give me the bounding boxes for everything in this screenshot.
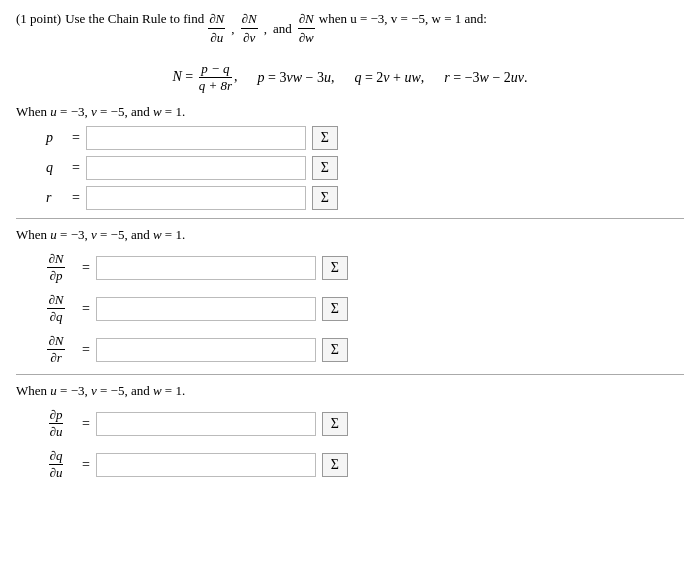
q-label: q bbox=[46, 160, 66, 176]
divider-2 bbox=[16, 374, 684, 375]
dpdu-label: ∂p ∂u bbox=[36, 407, 76, 440]
header-instruction: (1 point) Use the Chain Rule to find ∂N … bbox=[16, 10, 684, 47]
dqdu-row: ∂q ∂u = Σ bbox=[36, 448, 684, 481]
q-row: q = Σ bbox=[46, 156, 684, 180]
q-input[interactable] bbox=[86, 156, 306, 180]
r-sigma-button[interactable]: Σ bbox=[312, 186, 338, 210]
p-label: p bbox=[46, 130, 66, 146]
section2-label: When u = −3, v = −5, and w = 1. bbox=[16, 227, 684, 243]
dNdq-label: ∂N ∂q bbox=[36, 292, 76, 325]
r-equals: = bbox=[72, 190, 80, 206]
dNdq-row: ∂N ∂q = Σ bbox=[36, 292, 684, 325]
dpdu-input[interactable] bbox=[96, 412, 316, 436]
q-formula: q = 2v + uw, bbox=[354, 70, 424, 86]
partial-group: ∂N ∂u , ∂N ∂v , and ∂N ∂w bbox=[208, 10, 315, 47]
partial-N-v: ∂N ∂v bbox=[241, 10, 258, 47]
q-sigma-button[interactable]: Σ bbox=[312, 156, 338, 180]
p-sigma-button[interactable]: Σ bbox=[312, 126, 338, 150]
points-label: (1 point) bbox=[16, 10, 61, 28]
dNdq-equals: = bbox=[82, 301, 90, 317]
dpdu-equals: = bbox=[82, 416, 90, 432]
r-input[interactable] bbox=[86, 186, 306, 210]
formula-line: N = p − q q + 8r , p = 3vw − 3u, q = 2v … bbox=[16, 61, 684, 94]
dNdr-input[interactable] bbox=[96, 338, 316, 362]
partial-N-u: ∂N ∂u bbox=[208, 10, 225, 47]
instruction-text: Use the Chain Rule to find bbox=[65, 10, 204, 28]
p-formula: p = 3vw − 3u, bbox=[258, 70, 335, 86]
dqdu-sigma-button[interactable]: Σ bbox=[322, 453, 348, 477]
dNdq-input[interactable] bbox=[96, 297, 316, 321]
dqdu-input[interactable] bbox=[96, 453, 316, 477]
dNdr-sigma-button[interactable]: Σ bbox=[322, 338, 348, 362]
dNdr-equals: = bbox=[82, 342, 90, 358]
section3-label: When u = −3, v = −5, and w = 1. bbox=[16, 383, 684, 399]
p-equals: = bbox=[72, 130, 80, 146]
dNdr-row: ∂N ∂r = Σ bbox=[36, 333, 684, 366]
section1-label: When u = −3, v = −5, and w = 1. bbox=[16, 104, 684, 120]
p-input[interactable] bbox=[86, 126, 306, 150]
dNdp-input[interactable] bbox=[96, 256, 316, 280]
dNdp-label: ∂N ∂p bbox=[36, 251, 76, 284]
r-formula: r = −3w − 2uv. bbox=[444, 70, 527, 86]
r-label: r bbox=[46, 190, 66, 206]
dNdq-sigma-button[interactable]: Σ bbox=[322, 297, 348, 321]
dNdp-sigma-button[interactable]: Σ bbox=[322, 256, 348, 280]
dNdp-equals: = bbox=[82, 260, 90, 276]
divider-1 bbox=[16, 218, 684, 219]
dpdu-row: ∂p ∂u = Σ bbox=[36, 407, 684, 440]
dqdu-equals: = bbox=[82, 457, 90, 473]
r-row: r = Σ bbox=[46, 186, 684, 210]
when-text: when u = −3, v = −5, w = 1 and: bbox=[319, 10, 487, 28]
q-equals: = bbox=[72, 160, 80, 176]
partial-N-w: ∂N ∂w bbox=[298, 10, 315, 47]
dNdr-label: ∂N ∂r bbox=[36, 333, 76, 366]
dpdu-sigma-button[interactable]: Σ bbox=[322, 412, 348, 436]
dNdp-row: ∂N ∂p = Σ bbox=[36, 251, 684, 284]
p-row: p = Σ bbox=[46, 126, 684, 150]
dqdu-label: ∂q ∂u bbox=[36, 448, 76, 481]
N-formula-frac: p − q q + 8r bbox=[197, 61, 234, 94]
